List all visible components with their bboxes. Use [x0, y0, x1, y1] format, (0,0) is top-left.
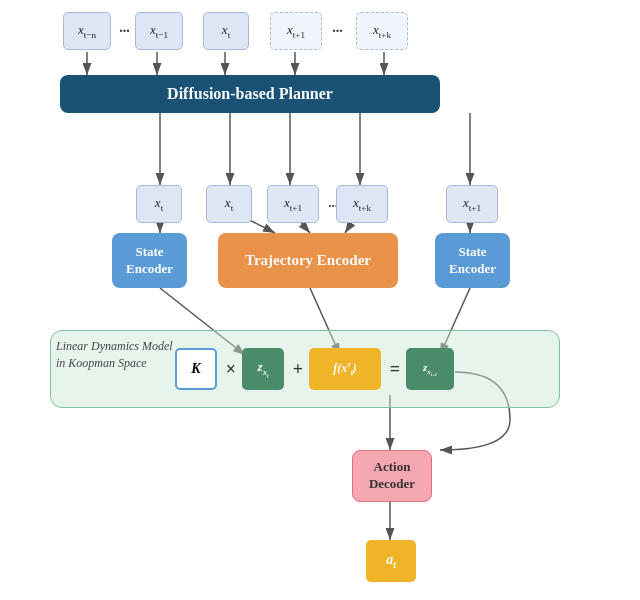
f-function-box: f(xτt): [309, 348, 381, 390]
action-decoder-box: Action Decoder: [352, 450, 432, 502]
node-x-t-plus-k-top: xt+k: [356, 12, 408, 50]
planner-box: Diffusion-based Planner: [60, 75, 440, 113]
node-x-t-mid: xt: [206, 185, 252, 223]
times-operator: ×: [220, 354, 242, 384]
plus-operator: +: [287, 354, 309, 384]
dots-2: ···: [325, 22, 350, 42]
z-xt-box: zxt: [242, 348, 284, 390]
node-x-t-plus-k-mid: xt+k: [336, 185, 388, 223]
node-x-t-minus-n: xt−n: [63, 12, 111, 50]
dots-1: ···: [112, 22, 137, 42]
node-x-t-plus-1-mid: xt+1: [267, 185, 319, 223]
state-encoder-right: StateEncoder: [435, 233, 510, 288]
node-x-t-minus-1: xt−1: [135, 12, 183, 50]
node-x-t-plus-1-top: xt+1: [270, 12, 322, 50]
trajectory-encoder: Trajectory Encoder: [218, 233, 398, 288]
state-encoder-left: StateEncoder: [112, 233, 187, 288]
output-at-box: at: [366, 540, 416, 582]
z-xt1-box: zxt+1: [406, 348, 454, 390]
node-x-t-plus-1-right: xt+1: [446, 185, 498, 223]
equals-operator: =: [384, 354, 406, 384]
node-x-t-left: xt: [136, 185, 182, 223]
koopman-label: Linear Dynamics Modelin Koopman Space: [56, 338, 176, 372]
node-x-t-top: xt: [203, 12, 249, 50]
trajectory-encoder-label: Trajectory Encoder: [245, 252, 371, 269]
architecture-diagram: xt−n ··· xt−1 xt xt+1 ··· xt+k Diffusion…: [0, 0, 640, 600]
planner-label: Diffusion-based Planner: [167, 85, 333, 103]
action-decoder-label: Action Decoder: [353, 459, 431, 493]
k-matrix-box: K: [175, 348, 217, 390]
